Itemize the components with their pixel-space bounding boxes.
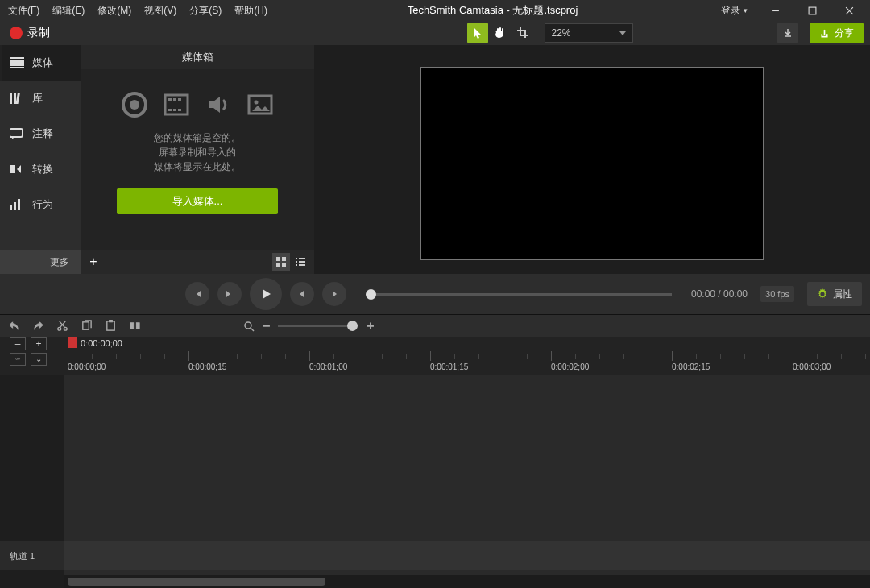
list-view-button[interactable] (292, 253, 309, 271)
svg-rect-18 (168, 98, 172, 101)
svg-rect-7 (10, 93, 12, 104)
timeline-scrollbar[interactable] (64, 575, 870, 588)
svg-rect-9 (16, 93, 20, 104)
sidebar-item-behaviors[interactable]: 行为 (0, 187, 81, 222)
grid-view-button[interactable] (272, 253, 290, 271)
zoom-in-button[interactable]: + (367, 319, 374, 333)
svg-rect-21 (168, 109, 172, 111)
image-icon (246, 90, 275, 119)
seek-thumb[interactable] (366, 289, 376, 300)
sidebar-item-library[interactable]: 库 (0, 81, 81, 116)
menu-edit[interactable]: 编辑(E) (48, 1, 89, 21)
track-lanes[interactable] (64, 375, 870, 588)
next-frame-button[interactable] (218, 282, 242, 306)
pan-tool[interactable] (490, 23, 511, 43)
playhead-time: 0:00:00;00 (81, 338, 122, 348)
seek-bar[interactable] (366, 293, 672, 296)
playhead-flag[interactable] (68, 337, 77, 348)
svg-rect-39 (106, 321, 114, 330)
canvas-zoom-select[interactable]: 22% (545, 23, 633, 43)
fps-display[interactable]: 30 fps (760, 286, 794, 302)
play-button[interactable] (250, 278, 282, 310)
paste-button[interactable] (102, 317, 119, 335)
sidebar-item-media[interactable]: 媒体 (0, 45, 81, 81)
quantize-toggle[interactable]: ◦◦ (10, 353, 26, 366)
menu-view[interactable]: 视图(V) (139, 1, 181, 21)
collapse-tracks-button[interactable]: ⌄ (31, 353, 47, 366)
audio-icon (204, 90, 233, 119)
record-button[interactable]: 录制 (10, 26, 50, 40)
sidebar-item-label: 转换 (32, 162, 53, 176)
titlebar: 文件(F) 编辑(E) 修改(M) 视图(V) 分享(S) 帮助(H) Tech… (0, 0, 870, 21)
svg-rect-32 (296, 261, 297, 263)
time-display: 00:00 / 00:00 (691, 288, 748, 300)
svg-rect-29 (282, 263, 286, 267)
svg-rect-5 (10, 57, 24, 59)
svg-rect-10 (10, 129, 23, 137)
copy-button[interactable] (77, 317, 95, 335)
properties-button[interactable]: 属性 (807, 282, 862, 306)
track-lane[interactable] (64, 541, 870, 570)
svg-rect-1 (809, 7, 816, 14)
svg-rect-19 (173, 98, 176, 101)
menu-help[interactable]: 帮助(H) (230, 1, 272, 21)
svg-rect-23 (178, 109, 181, 111)
crop-tool[interactable] (512, 23, 533, 43)
sidebar-more[interactable]: 更多 (0, 250, 81, 274)
timeline-tracks: 轨道 1 (0, 375, 870, 588)
media-panel: 媒体箱 您的媒体箱是空的。 屏幕录制和导入的 媒体将显示在此处。 导入媒体...… (81, 45, 314, 274)
ruler-tick: 0:00:01;15 (430, 362, 468, 371)
zoom-slider-thumb[interactable] (347, 321, 358, 331)
svg-rect-38 (82, 322, 89, 329)
add-track-button[interactable]: + (31, 337, 47, 350)
main-area: 媒体 库 注释 转换 行为 更多 媒体箱 (0, 45, 870, 274)
gear-icon (817, 288, 828, 300)
zoom-out-button[interactable]: − (263, 319, 270, 333)
timeline-scrollbar-thumb[interactable] (68, 578, 325, 586)
import-media-button[interactable]: 导入媒体... (117, 188, 278, 214)
share-button[interactable]: 分享 (810, 23, 864, 43)
step-forward-button[interactable] (322, 282, 346, 306)
sidebar-item-label: 注释 (32, 126, 53, 141)
menubar: 文件(F) 编辑(E) 修改(M) 视图(V) 分享(S) 帮助(H) (3, 1, 272, 21)
svg-line-45 (251, 328, 254, 331)
share-icon (819, 28, 830, 39)
media-icon (10, 57, 24, 68)
prev-frame-button[interactable] (185, 282, 209, 306)
svg-rect-17 (165, 95, 188, 114)
menu-file[interactable]: 文件(F) (3, 1, 44, 21)
maximize-button[interactable] (794, 0, 830, 21)
sidebar-item-label: 库 (32, 91, 43, 106)
redo-button[interactable] (29, 317, 47, 335)
split-button[interactable] (126, 317, 143, 335)
playhead-row: – + 0:00:00;00 (0, 337, 870, 351)
minimize-button[interactable] (757, 0, 793, 21)
undo-button[interactable] (5, 317, 23, 335)
marker-toggle-button[interactable]: – (10, 337, 26, 350)
svg-point-44 (245, 322, 251, 329)
menu-share[interactable]: 分享(S) (184, 1, 226, 21)
sidebar-item-annotations[interactable]: 注释 (0, 116, 81, 151)
preview-canvas[interactable] (420, 67, 764, 260)
svg-point-36 (57, 327, 60, 330)
track-header[interactable]: 轨道 1 (0, 541, 64, 570)
sidebar: 媒体 库 注释 转换 行为 更多 (0, 45, 81, 274)
cut-button[interactable] (53, 317, 71, 335)
download-button[interactable] (777, 23, 798, 43)
sidebar-item-transitions[interactable]: 转换 (0, 151, 81, 187)
svg-rect-28 (276, 263, 280, 267)
media-empty-text: 您的媒体箱是空的。 屏幕录制和导入的 媒体将显示在此处。 (154, 130, 241, 174)
svg-rect-11 (10, 165, 15, 173)
timeline-ruler[interactable]: 0:00:00;000:00:00;150:00:01;000:00:01;15… (64, 351, 870, 375)
timeline-zoom-slider[interactable] (278, 325, 358, 327)
annotation-icon (10, 128, 24, 139)
pointer-tool[interactable] (467, 23, 488, 43)
svg-rect-33 (299, 261, 305, 263)
svg-point-16 (130, 100, 139, 110)
ruler-tick: 0:00:02;00 (551, 362, 589, 371)
step-back-button[interactable] (290, 282, 314, 306)
menu-modify[interactable]: 修改(M) (93, 1, 136, 21)
close-button[interactable] (831, 0, 867, 21)
login-button[interactable]: 登录▾ (713, 1, 756, 21)
add-media-button[interactable]: + (85, 254, 102, 270)
